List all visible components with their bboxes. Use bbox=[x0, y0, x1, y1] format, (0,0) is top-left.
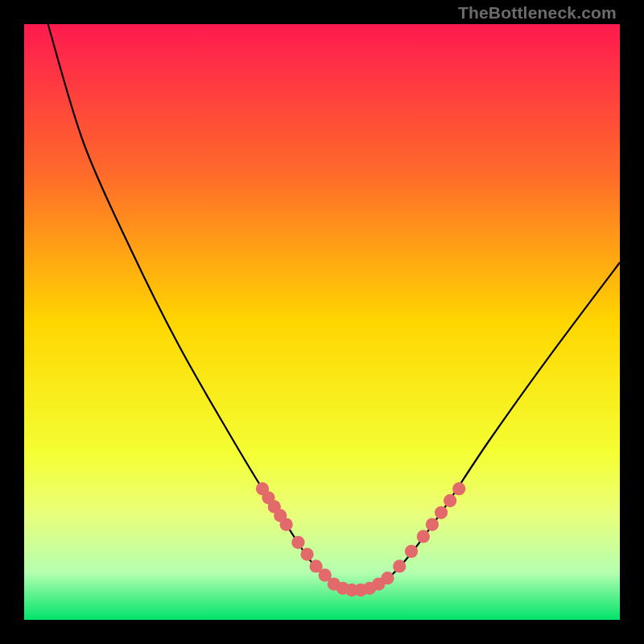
bead bbox=[444, 494, 456, 507]
bead bbox=[435, 506, 448, 519]
plot-frame bbox=[24, 24, 620, 620]
bead bbox=[452, 482, 465, 495]
bead bbox=[291, 536, 304, 549]
bead bbox=[381, 572, 394, 584]
bead bbox=[405, 545, 418, 558]
bead bbox=[393, 559, 406, 572]
bead bbox=[426, 518, 439, 530]
curve-layer bbox=[24, 24, 620, 620]
highlight-beads bbox=[256, 482, 465, 597]
bead bbox=[279, 518, 292, 530]
bead bbox=[300, 547, 313, 560]
watermark-text: TheBottleneck.com bbox=[458, 3, 617, 23]
bottleneck-curve bbox=[48, 24, 620, 591]
bead bbox=[417, 530, 430, 543]
